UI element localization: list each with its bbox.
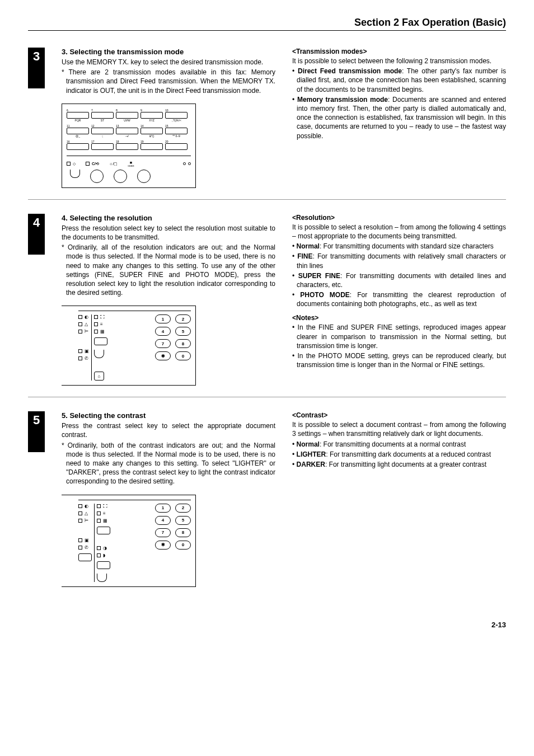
step-number: 3 <box>28 48 45 88</box>
step3-left: 3. Selecting the transmission mode Use t… <box>62 48 275 188</box>
step-4: 4 4. Selecting the resolution Press the … <box>28 214 506 398</box>
step3-bullets: • Direct Feed transmission mode: The oth… <box>292 67 506 140</box>
step5-right-intro: It is possible to select a document cont… <box>292 420 506 438</box>
section-header: Section 2 Fax Operation (Basic) <box>28 17 506 31</box>
step4-note: * Ordinarily, all of the resolution indi… <box>62 243 275 297</box>
step3-title: 3. Selecting the transmission mode <box>62 48 275 56</box>
step4-right-intro: It is possible to select a resolution – … <box>292 223 506 241</box>
step3-right: <Transmission modes> It is possible to s… <box>292 48 506 188</box>
contrast-heading: <Contrast> <box>292 411 506 419</box>
transmission-modes-heading: <Transmission modes> <box>292 48 506 55</box>
step3-body: Use the MEMORY TX. key to select the des… <box>62 58 275 67</box>
step-3: 3 3. Selecting the transmission mode Use… <box>28 48 506 200</box>
step-number: 5 <box>28 411 45 452</box>
step-number: 4 <box>28 214 45 255</box>
step3-note: * There are 2 transmission modes availab… <box>62 68 275 95</box>
step5-bullets: • Normal: For transmitting documents at … <box>292 440 506 469</box>
resolution-heading: <Resolution> <box>292 214 506 222</box>
step4-left: 4. Selecting the resolution Press the re… <box>62 214 275 386</box>
step4-right: <Resolution> It is possible to select a … <box>292 214 506 386</box>
keypad-illustration: 6PQR 7ST 8UVW 9XYZ 10.,?()%!< 11@_ 12:; … <box>62 104 196 188</box>
step5-note: * Ordinarily, both of the contrast indic… <box>62 441 275 486</box>
page-number: 2-13 <box>28 621 506 629</box>
step5-left: 5. Selecting the contrast Press the cont… <box>62 411 275 586</box>
step5-title: 5. Selecting the contrast <box>62 411 275 420</box>
step5-right: <Contrast> It is possible to select a do… <box>292 411 506 586</box>
resolution-panel-illustration: ◐ △ ⊢ ▣ ✆ ⛶ ≡ ▦ ⌂ 12 4 <box>62 306 196 386</box>
step3-right-intro: It is possible to select between the fol… <box>292 57 506 65</box>
step4-bullets: • Normal: For transmitting documents wit… <box>292 242 506 308</box>
step4-title: 4. Selecting the resolution <box>62 214 275 222</box>
notes-heading: <Notes> <box>292 314 506 322</box>
step5-body: Press the contrast select key to select … <box>62 421 275 439</box>
step-5: 5 5. Selecting the contrast Press the co… <box>28 411 506 598</box>
contrast-panel-illustration: ◐ △ ⊢ ▣ ✆ ⛶ ≡ ▦ ◑ ◗ <box>62 495 196 587</box>
step4-notes: • In the FINE and SUPER FINE settings, r… <box>292 323 506 369</box>
step4-body: Press the resolution select key to selec… <box>62 224 275 242</box>
